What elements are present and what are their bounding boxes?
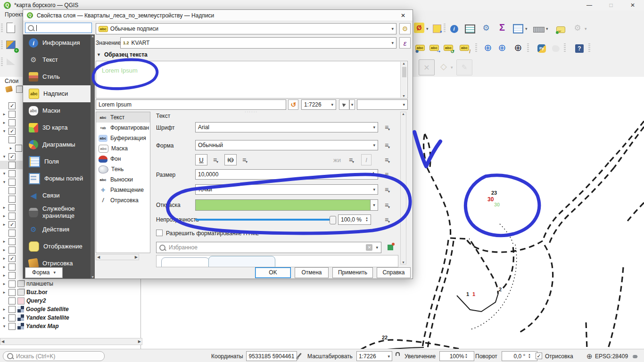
italic-button[interactable]: I bbox=[361, 154, 372, 165]
magnifier-spinbox[interactable]: 100% bbox=[439, 351, 474, 361]
label-settings-tab[interactable]: Фон bbox=[96, 154, 150, 164]
combo-arrow-icon[interactable]: ▾ bbox=[403, 102, 405, 107]
kerning-override-icon[interactable]: ≡▾ bbox=[346, 155, 357, 165]
osm-search-icon[interactable]: ⊕ bbox=[512, 41, 524, 54]
layer-visibility-checkbox[interactable] bbox=[8, 297, 16, 304]
style-preview-card[interactable] bbox=[208, 256, 275, 267]
sample-text-input[interactable]: Lorem Ipsum bbox=[96, 99, 286, 110]
deselect-features-icon[interactable]: Ø bbox=[414, 23, 424, 33]
strikeout-button[interactable]: Ю bbox=[224, 154, 237, 165]
vertex-tool-dropdown-icon[interactable]: ▾ bbox=[451, 65, 453, 70]
close-button[interactable]: ✕ bbox=[626, 0, 639, 10]
rotation-spinbox[interactable]: 0,0 ° bbox=[502, 351, 537, 361]
move-label-icon[interactable]: abc➝ bbox=[429, 42, 439, 53]
maximize-button[interactable]: □ bbox=[604, 0, 618, 10]
layer-visibility-checkbox[interactable] bbox=[8, 280, 16, 288]
map-tips-icon[interactable] bbox=[554, 24, 567, 36]
dialog-sidebar-item[interactable]: Служебное хранилище bbox=[23, 204, 91, 221]
label-visibility-icon[interactable]: abc◉ bbox=[415, 42, 425, 53]
size-override-icon[interactable]: ≡▾ bbox=[382, 169, 393, 180]
dialog-sidebar-item[interactable]: 3D карта bbox=[23, 119, 91, 136]
dialog-sidebar-item[interactable]: abc Надписи bbox=[23, 85, 91, 102]
dialog-sidebar-item[interactable]: i Информация bbox=[23, 34, 91, 51]
size-units-combo[interactable]: точки ▾ bbox=[195, 184, 378, 195]
preview-scale-combo[interactable]: 1:7226 ▾ bbox=[301, 99, 336, 110]
layer-visibility-checkbox[interactable] bbox=[8, 196, 16, 203]
color-bar[interactable] bbox=[195, 199, 371, 211]
vertex-tool-all-icon[interactable]: ✕ bbox=[419, 59, 435, 75]
toolbar-grip[interactable] bbox=[588, 43, 590, 53]
rotation-spin-icons[interactable]: ▲▼ bbox=[528, 353, 531, 359]
expand-arrow-icon[interactable] bbox=[8, 146, 13, 150]
messages-icon[interactable]: ··· bbox=[633, 355, 637, 358]
scale-dropdown-icon[interactable]: ▾ bbox=[349, 99, 355, 110]
expand-arrow-icon[interactable] bbox=[2, 154, 7, 159]
layer-visibility-checkbox[interactable] bbox=[8, 179, 16, 186]
actions-dropdown-icon[interactable]: ▾ bbox=[585, 26, 587, 31]
size-spinbox[interactable]: 10,0000 bbox=[195, 169, 378, 180]
combo-arrow-icon[interactable]: ▾ bbox=[388, 354, 390, 359]
automated-placement-icon[interactable]: ⚙ bbox=[399, 23, 411, 34]
crs-label[interactable]: EPSG:28409 bbox=[595, 353, 628, 360]
layer-visibility-checkbox[interactable] bbox=[8, 289, 16, 296]
favorites-search-input[interactable]: Избранное ✕ ▾ bbox=[156, 242, 381, 253]
opacity-slider[interactable] bbox=[195, 219, 335, 221]
properties-filter-input[interactable] bbox=[25, 23, 92, 33]
dialog-sidebar-item[interactable]: ⚙ Действия bbox=[23, 221, 91, 238]
scroll-right-icon[interactable]: ▶ bbox=[135, 255, 138, 259]
opacity-spin-icons[interactable]: ▲▼ bbox=[365, 216, 368, 222]
style-manager-icon[interactable] bbox=[5, 86, 13, 93]
italic-override-icon[interactable]: ≡▾ bbox=[382, 155, 393, 165]
expand-arrow-icon[interactable] bbox=[2, 205, 7, 210]
ok-button[interactable]: OK bbox=[255, 267, 291, 278]
font-override-icon[interactable]: ≡▾ bbox=[382, 122, 393, 132]
attribute-table-icon[interactable] bbox=[512, 23, 524, 35]
layer-visibility-checkbox[interactable] bbox=[8, 187, 16, 194]
magnifier-spin-icons[interactable]: ▲▼ bbox=[465, 353, 468, 359]
metasearch-icon[interactable]: ⊕ bbox=[496, 41, 508, 54]
combo-arrow-icon[interactable]: ▾ bbox=[331, 102, 333, 107]
scroll-up-icon[interactable]: ▲ bbox=[402, 112, 405, 115]
kerning-button[interactable]: жи bbox=[331, 154, 343, 165]
layer-visibility-checkbox[interactable] bbox=[8, 238, 16, 245]
deselect-dropdown-icon[interactable]: ▾ bbox=[426, 26, 429, 31]
change-label-icon[interactable]: abc/ bbox=[459, 42, 470, 53]
favorites-dropdown-icon[interactable]: ▾ bbox=[376, 245, 378, 250]
minimize-button[interactable]: — bbox=[583, 0, 596, 10]
statistics-icon[interactable] bbox=[464, 23, 476, 35]
label-settings-tab[interactable]: abc Текст bbox=[96, 112, 150, 123]
new-project-icon[interactable] bbox=[5, 22, 17, 34]
scroll-down-icon[interactable]: ▼ bbox=[402, 94, 405, 98]
select-by-value-icon[interactable]: ● bbox=[431, 23, 443, 35]
value-combo[interactable]: 1.2 KVART ▾ bbox=[120, 37, 396, 49]
layer-visibility-checkbox[interactable] bbox=[8, 213, 16, 220]
processing-gear-icon[interactable]: ⚙ bbox=[480, 22, 492, 34]
expand-arrow-icon[interactable] bbox=[2, 129, 7, 133]
measure-dropdown-icon[interactable]: ▾ bbox=[546, 26, 548, 31]
combo-arrow-icon[interactable]: ▾ bbox=[373, 125, 375, 130]
expand-arrow-icon[interactable] bbox=[2, 180, 7, 184]
underline-override-icon[interactable]: ≡▾ bbox=[210, 155, 222, 165]
dialog-sidebar-item[interactable]: ⚙ Текст bbox=[23, 51, 91, 68]
scale-combo[interactable]: 1:7226 ▾ bbox=[356, 351, 392, 361]
combo-arrow-icon[interactable]: ▾ bbox=[391, 26, 394, 31]
font-style-combo[interactable]: Обычный ▾ bbox=[195, 140, 378, 150]
dialog-sidebar-item[interactable]: Отображение bbox=[23, 238, 91, 255]
expression-button[interactable]: ε bbox=[399, 37, 411, 49]
scroll-right-icon[interactable]: ▶ bbox=[138, 339, 141, 344]
combo-arrow-icon[interactable]: ▾ bbox=[373, 187, 375, 192]
label-settings-tab[interactable]: abc Выноски bbox=[96, 174, 150, 185]
layer-row[interactable]: Yandex Satellite bbox=[0, 313, 140, 322]
identify-features-icon[interactable]: i bbox=[448, 23, 460, 35]
attribute-table-dropdown-icon[interactable]: ▾ bbox=[525, 26, 528, 31]
dialog-sidebar-item[interactable]: Стиль bbox=[23, 68, 91, 85]
coords-input[interactable]: 9533185 5904461 bbox=[246, 351, 297, 361]
add-layer-icon[interactable]: + bbox=[5, 39, 17, 51]
dialog-close-icon[interactable]: ✕ bbox=[396, 11, 410, 20]
scroll-up-icon[interactable]: ▲ bbox=[402, 62, 405, 65]
expand-arrow-icon[interactable] bbox=[2, 315, 7, 320]
menu-project[interactable]: Проект bbox=[5, 11, 24, 18]
strikeout-override-icon[interactable]: ≡▾ bbox=[239, 155, 251, 165]
expand-arrow-icon[interactable] bbox=[2, 273, 7, 278]
expand-arrow-icon[interactable] bbox=[2, 247, 7, 252]
